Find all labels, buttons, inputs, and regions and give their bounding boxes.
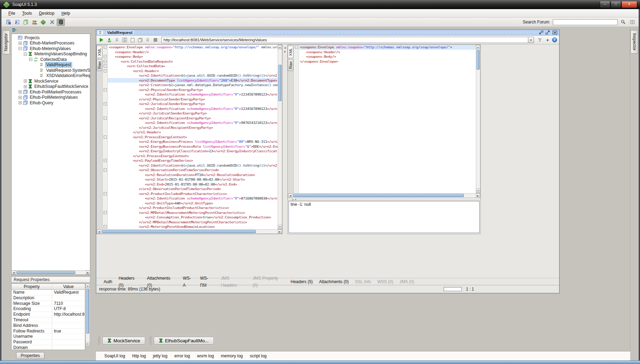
app-titlebar[interactable]: SoapUI 5.1.3 ─ □ ✕ bbox=[0, 0, 640, 9]
response-xml-editor[interactable]: <soapenv:Envelope xmlns:soapenv="http://… bbox=[299, 45, 476, 193]
logtab-jetty-log[interactable]: jetty log bbox=[149, 354, 171, 358]
docked-window-button[interactable]: MockService bbox=[102, 337, 145, 345]
logtab-memory-log[interactable]: memory log bbox=[217, 354, 246, 358]
fold-collapse-icon[interactable]: − bbox=[104, 192, 107, 195]
properties-toggle-button[interactable]: Properties bbox=[16, 352, 44, 359]
property-row[interactable]: NameValidRequest bbox=[12, 290, 85, 295]
request-fold-margin[interactable]: −−−−−−−−−−−−−− bbox=[103, 45, 108, 229]
fold-collapse-icon[interactable]: − bbox=[104, 102, 107, 105]
tree-expander-icon[interactable]: + bbox=[19, 90, 22, 93]
property-row[interactable]: Username bbox=[12, 334, 85, 340]
property-value[interactable]: UTF-8 bbox=[52, 306, 85, 312]
tree-expander-icon[interactable]: + bbox=[24, 79, 27, 83]
scroll-left-icon[interactable]: ◀ bbox=[288, 194, 292, 197]
inspector-tab[interactable]: Inspector bbox=[631, 30, 638, 54]
scroll-right-icon[interactable]: ▶ bbox=[86, 271, 90, 274]
search-forum-input[interactable] bbox=[553, 19, 618, 25]
copy-xml-icon[interactable] bbox=[137, 37, 143, 43]
help-icon[interactable]: ? bbox=[552, 37, 557, 42]
tree-item-elhub-marketprocesses[interactable]: +Elhub-MarketProcesses bbox=[12, 41, 90, 46]
endpoint-combo[interactable]: http://localhost:8081/WebService/service… bbox=[161, 37, 534, 43]
property-value[interactable] bbox=[52, 334, 85, 339]
tree-item-elhub-pollmarketprocesses[interactable]: +Elhub-PollMarketProcesses bbox=[12, 89, 90, 95]
properties-vscrollbar[interactable]: ▲ ▼ bbox=[85, 284, 90, 346]
fold-collapse-icon[interactable]: − bbox=[104, 46, 107, 49]
tree-item-elhub-query[interactable]: +Elhub-Query bbox=[12, 100, 90, 106]
scroll-right-icon[interactable]: ▶ bbox=[476, 194, 480, 197]
property-value[interactable] bbox=[52, 317, 85, 323]
recreate-request-icon[interactable] bbox=[121, 37, 128, 43]
property-row[interactable]: Follow Redirectstrue bbox=[12, 329, 85, 334]
fold-collapse-icon[interactable]: − bbox=[104, 135, 107, 139]
editor-maximize-icon[interactable] bbox=[545, 30, 551, 35]
query-xpath-icon[interactable]: SOAP bbox=[145, 37, 151, 43]
property-row[interactable]: Timeout bbox=[12, 317, 85, 323]
response-hscrollbar[interactable]: ◀ ▶ bbox=[288, 193, 480, 198]
scroll-up-icon[interactable]: ▲ bbox=[86, 284, 90, 288]
property-value[interactable] bbox=[52, 345, 85, 350]
property-row[interactable]: Description bbox=[12, 295, 85, 301]
request-xml-editor[interactable]: <soapenv:Envelope xmlns:soapenv="http://… bbox=[108, 45, 278, 229]
property-value[interactable]: true bbox=[52, 329, 85, 334]
property-row[interactable]: Message Size7110 bbox=[12, 301, 85, 307]
docked-window-button[interactable]: ElhubSoapFaultMo... bbox=[154, 337, 214, 345]
tree-item-validrequest[interactable]: SOAPValidRequest bbox=[12, 62, 90, 68]
tree-expander-icon[interactable]: + bbox=[19, 96, 22, 99]
scroll-up-icon[interactable]: ▲ bbox=[278, 45, 282, 49]
response-vscrollbar[interactable]: ▲ ▼ bbox=[476, 45, 480, 193]
soapui-homepage-icon[interactable] bbox=[39, 19, 47, 26]
fold-collapse-icon[interactable]: − bbox=[104, 64, 107, 68]
property-value[interactable] bbox=[52, 323, 85, 328]
property-row[interactable]: Endpointhttp://localhost:80... bbox=[12, 312, 85, 317]
splitter-collapse-right-icon[interactable]: ▸ bbox=[284, 50, 286, 53]
create-empty-icon[interactable] bbox=[129, 37, 135, 43]
tree-expander-icon[interactable]: + bbox=[19, 42, 22, 45]
scroll-down-icon[interactable]: ▼ bbox=[86, 342, 90, 346]
request-vscrollbar[interactable]: ▲ ▼ bbox=[278, 45, 282, 229]
scroll-left-icon[interactable]: ◀ bbox=[97, 230, 101, 233]
tab-auth[interactable]: Auth bbox=[100, 278, 116, 285]
editor-tab-xml[interactable]: XML bbox=[288, 46, 293, 58]
dock-grip[interactable] bbox=[149, 336, 152, 345]
preferences-icon[interactable] bbox=[48, 19, 56, 26]
tree-item-mockservice[interactable]: +MockService bbox=[12, 78, 90, 84]
fold-collapse-icon[interactable]: − bbox=[104, 211, 107, 214]
editor-close-icon[interactable] bbox=[552, 30, 558, 35]
cancel-request-icon[interactable] bbox=[152, 37, 159, 43]
search-icon[interactable] bbox=[620, 19, 627, 25]
scroll-up-icon[interactable]: ▲ bbox=[476, 45, 480, 49]
editor-tab-raw[interactable]: Raw bbox=[97, 59, 102, 71]
fold-collapse-icon[interactable]: − bbox=[104, 117, 107, 120]
fold-collapse-icon[interactable]: − bbox=[104, 225, 107, 228]
property-row[interactable]: Domain bbox=[12, 345, 85, 350]
fold-collapse-icon[interactable]: − bbox=[295, 46, 298, 49]
tree-item-meteringvaluessoapbinding[interactable]: −MeteringValuesSoapBinding bbox=[12, 51, 90, 57]
splitter-collapse-left-icon[interactable]: ◂ bbox=[284, 46, 286, 49]
fold-collapse-icon[interactable]: − bbox=[104, 88, 107, 91]
property-value[interactable] bbox=[52, 295, 85, 301]
proxy-settings-icon[interactable] bbox=[57, 19, 65, 26]
tab-headers-5-[interactable]: Headers (5) bbox=[287, 278, 316, 285]
property-value[interactable]: ValidRequest bbox=[52, 290, 85, 295]
scroll-left-icon[interactable]: ◀ bbox=[12, 271, 16, 274]
new-project-icon[interactable] bbox=[4, 19, 12, 26]
editor-minimize-icon[interactable] bbox=[538, 30, 544, 35]
scroll-right-icon[interactable]: ▶ bbox=[278, 230, 282, 233]
property-value[interactable]: http://localhost:80... bbox=[52, 312, 85, 317]
editors-splitter[interactable]: ◂ ▸ bbox=[283, 44, 287, 234]
maximize-button[interactable]: □ bbox=[611, 1, 621, 8]
tree-item-collecteddata[interactable]: −CollectedData bbox=[12, 57, 90, 62]
scroll-down-icon[interactable]: ▼ bbox=[278, 225, 282, 229]
logtab-http-log[interactable]: http log bbox=[128, 354, 149, 358]
filter-icon[interactable] bbox=[537, 37, 543, 43]
endpoint-dropdown-icon[interactable]: ▼ bbox=[528, 37, 534, 43]
tree-hscrollbar[interactable]: ◀ ▶ bbox=[11, 270, 90, 275]
property-value[interactable] bbox=[52, 340, 85, 345]
scroll-down-icon[interactable]: ▼ bbox=[476, 189, 480, 193]
navigator-options-icon[interactable] bbox=[12, 28, 20, 33]
tree-item-elhub-meteringvalues[interactable]: −Elhub-MeteringValues bbox=[12, 46, 90, 51]
add-as-mockresponse-icon[interactable]: SOAP bbox=[114, 37, 120, 43]
menu-desktop[interactable]: Desktop bbox=[35, 10, 58, 17]
tree-expander-icon[interactable]: − bbox=[29, 58, 32, 61]
add-endpoint-icon[interactable]: + bbox=[544, 37, 551, 43]
